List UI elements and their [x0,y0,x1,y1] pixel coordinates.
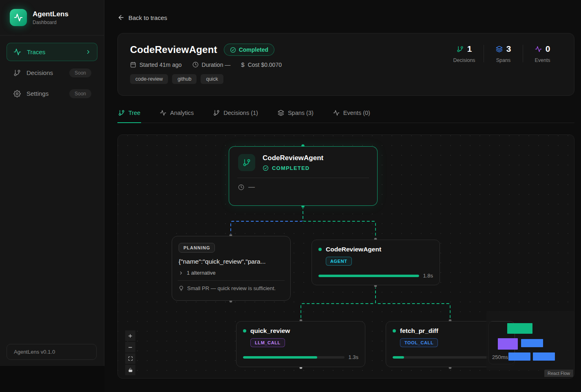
tab-analytics[interactable]: Analytics [159,107,194,123]
git-branch-icon [238,154,255,171]
tag: github [172,74,197,84]
back-label: Back to traces [128,14,167,21]
git-branch-icon [213,110,220,116]
node-planning-decision[interactable]: PLANNING {"name":"quick_review","para...… [172,236,291,301]
flow-minimap[interactable] [486,311,574,370]
layers-icon [496,46,503,53]
chevron-right-icon [85,49,91,55]
maximize-icon [128,356,133,361]
stat-events: 0 Events [523,44,562,63]
flow-canvas[interactable]: CodeReviewAgent COMPLETED — [117,134,574,379]
divider [237,178,369,178]
alternatives-label: 1 alternative [187,270,216,276]
minimap-node-fetch-pr-diff [533,352,555,361]
calendar-icon [130,62,136,68]
activity-icon [535,46,542,53]
tab-label: Tree [128,110,140,116]
tab-tree[interactable]: Tree [117,107,141,123]
node-agent-span[interactable]: CodeReviewAgent AGENT 1.8s [311,240,440,285]
tab-label: Events (0) [343,110,370,116]
flow-controls [125,330,135,375]
back-to-traces-link[interactable]: Back to traces [117,14,167,21]
stat-decisions: 1 Decisions [445,44,484,63]
clock-icon [192,62,199,68]
tab-decisions[interactable]: Decisions (1) [212,107,259,123]
status-badge: Completed [224,44,274,56]
check-circle-icon [263,165,269,171]
started-meta: Started 41m ago [130,62,182,68]
minimap-node-root [507,323,532,334]
chevron-right-icon [179,271,183,275]
trace-header-card: CodeReviewAgent Completed Started 41m ag… [117,33,574,96]
activity-icon [13,48,21,56]
sidebar: AgentLens Dashboard Traces Decisions Soo… [0,0,104,366]
lock-icon [128,368,133,372]
status-label: Completed [239,46,268,53]
minimap-node-planning [498,338,518,350]
dollar-icon: $ [241,61,244,68]
activity-icon [14,13,23,22]
node-title: fetch_pr_diff [400,327,438,335]
stat-value: 1 [467,44,472,54]
lock-button[interactable] [125,365,135,375]
minimap-node-agent [521,339,543,347]
node-root-agent[interactable]: CodeReviewAgent COMPLETED — [229,146,378,206]
tab-bar: Tree Analytics Decisions (1) Spans (3) [117,107,574,123]
sidebar-item-traces[interactable]: Traces [7,43,97,61]
stat-value: 0 [546,44,550,54]
trace-title: CodeReviewAgent [130,44,217,55]
lightbulb-icon [179,286,184,291]
decision-content: {"name":"quick_review","para... [179,258,284,265]
version-box: AgentLens v0.1.0 [7,344,97,360]
git-branch-icon [13,69,21,77]
span-type-badge: LLM_CALL [250,338,285,347]
zoom-out-button[interactable] [125,342,135,352]
app-name: AgentLens [33,10,68,18]
sidebar-item-settings[interactable]: Settings Soon [7,84,97,103]
stat-value: 3 [506,44,511,54]
duration-bar [318,275,419,277]
stat-label: Spans [484,57,523,63]
duration-bar [243,356,345,359]
stat-label: Decisions [445,57,484,63]
arrow-left-icon [117,14,125,21]
status-dot [393,329,396,333]
tag-list: code-review github quick [130,74,562,84]
main-content: Back to traces CodeReviewAgent Completed [104,0,581,392]
cost-meta: $ Cost $0.0070 [241,61,282,68]
plus-icon [128,333,133,339]
tab-label: Decisions (1) [223,110,258,116]
alternatives-toggle[interactable]: 1 alternative [179,270,284,276]
git-branch-icon [457,46,464,53]
duration-meta: Duration — [192,62,231,68]
duration-bar [393,356,488,359]
node-duration: — [248,183,255,191]
node-quick-review[interactable]: quick_review LLM_CALL 1.3s [236,321,365,367]
node-status: COMPLETED [272,165,309,171]
tab-label: Spans (3) [288,110,314,116]
sidebar-item-decisions[interactable]: Decisions Soon [7,64,97,82]
fit-view-button[interactable] [125,353,135,364]
tab-spans[interactable]: Spans (3) [277,107,314,123]
zoom-in-button[interactable] [125,330,135,341]
status-dot [318,248,322,251]
tab-events[interactable]: Events (0) [332,107,371,123]
activity-icon [333,110,340,116]
stat-label: Events [523,57,562,63]
sidebar-header: AgentLens Dashboard [0,0,104,35]
app-root: AgentLens Dashboard Traces Decisions Soo… [0,0,581,392]
sidebar-item-label: Decisions [27,69,64,76]
react-flow-attribution[interactable]: React Flow [544,370,573,377]
minus-icon [128,345,133,350]
gear-icon [13,90,21,97]
layers-icon [278,110,284,116]
tag: code-review [130,74,168,84]
app-logo [10,9,27,26]
status-dot [243,329,246,333]
sidebar-nav: Traces Decisions Soon Settings Soon [0,35,104,110]
check-circle-icon [230,47,236,53]
stat-spans: 3 Spans [484,44,523,63]
decision-type-badge: PLANNING [179,243,215,253]
node-title: CodeReviewAgent [326,246,381,253]
node-title: quick_review [250,327,290,335]
